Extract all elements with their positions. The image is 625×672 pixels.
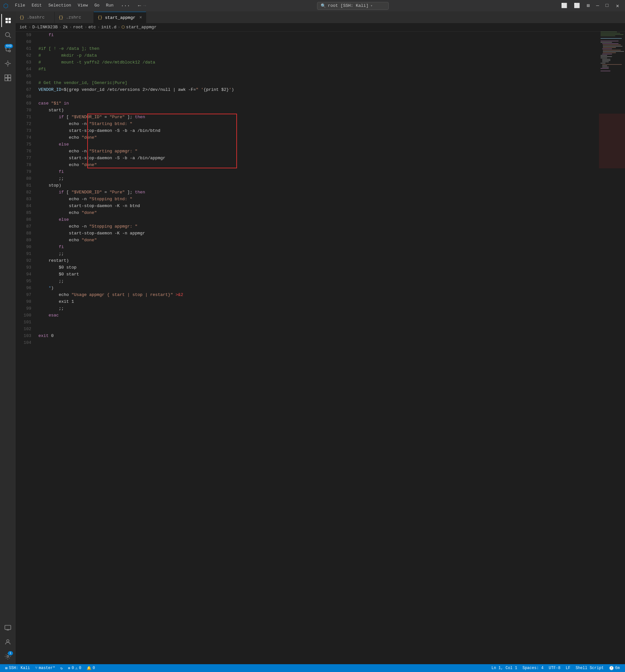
status-right: Ln 1, Col 1 Spaces: 4 UTF-8 LF Shell Scr… xyxy=(489,664,622,672)
svg-rect-29 xyxy=(603,47,616,48)
tab-zshrc[interactable]: {} .zshrc xyxy=(55,12,94,23)
breadcrumb-filename[interactable]: start_appmgr xyxy=(126,25,157,30)
nav-forward-icon[interactable]: → xyxy=(143,3,146,9)
svg-rect-12 xyxy=(5,78,7,81)
menu-more[interactable]: ··· xyxy=(118,2,133,9)
tab-start-appmgr-icon: {} xyxy=(98,15,102,20)
status-encoding[interactable]: UTF-8 xyxy=(546,664,563,672)
status-spaces[interactable]: Spaces: 4 xyxy=(520,664,546,672)
line-num-82: 82 xyxy=(16,189,31,196)
search-bar[interactable]: 🔍 root [SSH: Kali] ▾ xyxy=(317,2,389,10)
search-dropdown-icon[interactable]: ▾ xyxy=(370,4,373,8)
split-editor-h-icon[interactable]: ⬜ xyxy=(572,2,582,9)
line-num-66: 66 xyxy=(16,79,31,86)
svg-rect-41 xyxy=(601,63,605,64)
activity-explorer-icon[interactable] xyxy=(1,14,14,27)
status-encoding-text: UTF-8 xyxy=(549,666,560,670)
line-num-84: 84 xyxy=(16,202,31,209)
menu-file[interactable]: File xyxy=(13,2,28,9)
code-line-99: ;; xyxy=(39,305,599,312)
line-num-62: 62 xyxy=(16,52,31,59)
breadcrumb-device[interactable]: D-LINK923B xyxy=(32,25,57,30)
close-icon[interactable]: ✕ xyxy=(613,2,622,10)
svg-rect-11 xyxy=(8,75,11,77)
code-line-59: fi xyxy=(39,31,599,39)
svg-point-9 xyxy=(6,62,9,65)
status-sync[interactable]: ↻ xyxy=(57,664,65,672)
minimize-icon[interactable]: — xyxy=(594,2,601,9)
code-line-60 xyxy=(39,39,599,45)
activity-settings-icon[interactable]: 1 xyxy=(1,650,14,663)
line-num-94: 94 xyxy=(16,271,31,278)
nav-back-icon[interactable]: ← xyxy=(138,3,141,9)
breadcrumb-2k[interactable]: 2k xyxy=(63,25,68,30)
line-num-74: 74 xyxy=(16,134,31,141)
settings-badge: 1 xyxy=(8,651,13,655)
svg-rect-40 xyxy=(602,62,609,62)
svg-rect-10 xyxy=(5,75,7,77)
activity-extensions-icon[interactable] xyxy=(1,71,14,84)
line-num-60: 60 xyxy=(16,39,31,45)
breadcrumb-initd[interactable]: init.d xyxy=(101,25,117,30)
menu-selection[interactable]: Selection xyxy=(46,2,74,9)
maximize-icon[interactable]: □ xyxy=(604,2,610,9)
code-line-68 xyxy=(39,93,599,100)
status-language[interactable]: Shell Script xyxy=(573,664,606,672)
status-time-text: 6m xyxy=(615,666,620,670)
status-branch[interactable]: ⑂ master* xyxy=(32,664,57,672)
status-time[interactable]: 🕐 6m xyxy=(606,664,622,672)
code-line-103: exit 0 xyxy=(39,332,599,339)
line-num-92: 92 xyxy=(16,257,31,264)
line-num-87: 87 xyxy=(16,223,31,230)
svg-rect-34 xyxy=(602,54,612,54)
breadcrumb-root[interactable]: root xyxy=(73,25,83,30)
line-num-80: 80 xyxy=(16,175,31,182)
branch-icon: ⑂ xyxy=(35,666,38,670)
svg-point-4 xyxy=(5,32,10,37)
status-remote[interactable]: ⊞ SSH: Kali xyxy=(3,664,32,672)
status-bar: ⊞ SSH: Kali ⑂ master* ↻ ⊗ 0 ⚠ 0 🔔 0 Ln 1… xyxy=(0,664,625,672)
svg-rect-33 xyxy=(603,52,616,53)
activity-remote-icon[interactable] xyxy=(1,621,14,634)
status-warnings-text: 0 xyxy=(79,666,81,670)
code-line-76: echo -n "Starting appmgr: " xyxy=(39,148,599,155)
svg-rect-38 xyxy=(602,59,610,59)
activity-source-control-icon[interactable]: 449 xyxy=(1,43,14,56)
tab-zshrc-icon: {} xyxy=(58,15,63,20)
layout-icon[interactable]: ⊞ xyxy=(585,2,591,9)
clock-icon: 🕐 xyxy=(609,666,614,671)
tab-close-icon[interactable]: × xyxy=(139,15,142,20)
status-spaces-text: Spaces: 4 xyxy=(523,666,544,670)
breadcrumb-etc[interactable]: etc xyxy=(89,25,96,30)
status-line-col[interactable]: Ln 1, Col 1 xyxy=(489,664,520,672)
vscode-logo-icon: ⬡ xyxy=(3,2,8,9)
code-line-102 xyxy=(39,326,599,332)
activity-accounts-icon[interactable] xyxy=(1,635,14,649)
code-area[interactable]: 59 60 61 62 63 64 65 66 67 68 69 70 71 7… xyxy=(16,31,625,664)
status-notifications[interactable]: 🔔 0 xyxy=(84,664,98,672)
activity-search-icon[interactable] xyxy=(1,28,14,41)
code-content[interactable]: fi #if [ ! -e /data ]; then # mkdir -p /… xyxy=(35,31,599,664)
tab-start-appmgr[interactable]: {} start_appmgr × xyxy=(94,12,146,23)
breadcrumb-iot[interactable]: iot xyxy=(20,25,27,30)
split-editor-icon[interactable]: ⬜ xyxy=(559,2,569,9)
tab-zshrc-label: .zshrc xyxy=(66,15,81,20)
menu-edit[interactable]: Edit xyxy=(29,2,44,9)
svg-rect-47 xyxy=(599,114,625,168)
activity-debug-icon[interactable] xyxy=(1,57,14,70)
tab-bashrc[interactable]: {} .bashrc xyxy=(16,12,55,23)
menu-view[interactable]: View xyxy=(75,2,91,9)
status-errors-text: 0 xyxy=(72,666,74,670)
svg-rect-22 xyxy=(601,35,615,36)
line-num-85: 85 xyxy=(16,209,31,216)
line-num-102: 102 xyxy=(16,326,31,332)
status-line-ending[interactable]: LF xyxy=(563,664,573,672)
status-errors[interactable]: ⊗ 0 ⚠ 0 xyxy=(66,664,84,672)
menu-run[interactable]: Run xyxy=(103,2,116,9)
svg-line-5 xyxy=(9,36,11,38)
menu-go[interactable]: Go xyxy=(92,2,102,9)
activity-bar: 449 1 xyxy=(0,11,16,664)
line-num-101: 101 xyxy=(16,319,31,326)
status-language-text: Shell Script xyxy=(576,666,603,670)
svg-rect-43 xyxy=(602,66,607,66)
